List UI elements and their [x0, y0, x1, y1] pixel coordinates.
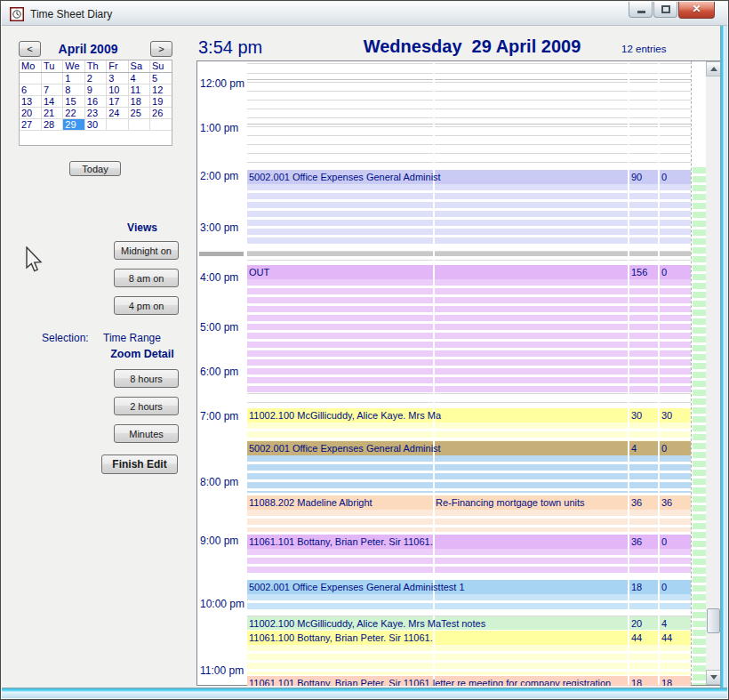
calendar-day-header: Tu: [41, 60, 62, 72]
hour-label: 6:00 pm: [200, 366, 247, 378]
timesheet-entry[interactable]: 11088.202 Madeline AlbrightRe-Financing …: [247, 495, 691, 532]
entry-billed-minutes: 18: [661, 676, 672, 686]
hour-gridline: [247, 124, 691, 125]
calendar-day-cell[interactable]: 25: [128, 107, 149, 118]
calendar-day-cell[interactable]: 11: [128, 84, 149, 95]
calendar-day-cell[interactable]: 20: [20, 107, 41, 118]
calendar-day-cell[interactable]: 24: [107, 107, 128, 118]
calendar-day-cell[interactable]: 9: [84, 84, 106, 95]
calendar-day-cell[interactable]: 30: [84, 118, 106, 130]
title-bar[interactable]: Time Sheet Diary ✕: [2, 2, 727, 26]
calendar-day-cell[interactable]: 28: [41, 118, 62, 130]
calendar-day-header: Mo: [20, 60, 41, 72]
timesheet-entry[interactable]: 11002.100 McGillicuddy, Alice Kaye. Mrs …: [247, 616, 691, 630]
entry-duration-block: [247, 184, 691, 245]
calendar-day-cell[interactable]: 21: [41, 107, 62, 118]
entry-billed-minutes: 30: [661, 408, 672, 422]
calendar-day-cell[interactable]: 4: [128, 72, 149, 84]
scroll-up-button[interactable]: [706, 61, 721, 76]
calendar-day-header: Fr: [107, 60, 128, 72]
view-button-4-pm-on[interactable]: 4 pm on: [114, 296, 179, 315]
calendar-day-cell[interactable]: 1: [63, 72, 84, 84]
minimize-button[interactable]: [629, 2, 653, 18]
calendar-day-cell[interactable]: 26: [150, 107, 172, 118]
scrollbar-thumb[interactable]: [707, 608, 720, 633]
entry-worked-minutes: 156: [631, 265, 647, 279]
calendar-day-cell[interactable]: 19: [150, 95, 172, 107]
calendar-day-cell[interactable]: 18: [128, 95, 149, 107]
entry-billed-minutes: 44: [661, 631, 672, 645]
vertical-scrollbar[interactable]: [706, 61, 721, 685]
calendar-grid: MoTuWeThFrSaSu 1234567891011121314151617…: [20, 60, 172, 131]
scroll-down-button[interactable]: [706, 670, 721, 685]
zoom-button-8-hours[interactable]: 8 hours: [114, 369, 179, 388]
window-title: Time Sheet Diary: [30, 8, 112, 20]
entry-duration-block: [247, 510, 691, 532]
entry-description: OUT: [249, 265, 269, 279]
timesheet-entry[interactable]: 5002.001 Office Expenses General Adminis…: [247, 580, 691, 609]
entry-billed-minutes: 0: [661, 265, 667, 279]
calendar-day-header: We: [63, 60, 84, 72]
calendar-day-cell[interactable]: 27: [20, 118, 41, 130]
timesheet-entry[interactable]: 11061.101 Bottany, Brian Peter. Sir 1106…: [247, 535, 691, 575]
calendar-day-cell[interactable]: 16: [84, 95, 106, 107]
entry-header: 5002.001 Office Expenses General Adminis…: [247, 580, 691, 594]
entry-worked-minutes: 4: [631, 441, 637, 455]
calendar-day-cell[interactable]: 10: [107, 84, 128, 95]
calendar-day-cell[interactable]: 3: [107, 72, 128, 84]
calendar-day-cell[interactable]: 12: [150, 84, 172, 95]
calendar-day-cell[interactable]: 5: [150, 72, 172, 84]
prev-month-button[interactable]: <: [19, 41, 41, 57]
view-button-midnight-on[interactable]: Midnight on: [114, 241, 179, 260]
entry-description: 11002.100 McGillicuddy, Alice Kaye. Mrs …: [249, 408, 441, 422]
current-time-marker: [199, 252, 244, 256]
entry-header: OUT1560: [247, 265, 691, 279]
calendar-week-row: 13141516171819: [20, 95, 172, 107]
calendar-day-cell[interactable]: 23: [84, 107, 106, 118]
view-button-8-am-on[interactable]: 8 am on: [114, 269, 179, 287]
hour-label: 4:00 pm: [200, 271, 247, 284]
calendar-day-cell[interactable]: 8: [63, 84, 84, 95]
entry-billed-minutes: 36: [661, 495, 672, 510]
entry-description: 11002.100 McGillicuddy, Alice Kaye. Mrs …: [249, 616, 485, 630]
calendar-day-cell[interactable]: 14: [41, 95, 62, 107]
calendar: MoTuWeThFrSaSu 1234567891011121314151617…: [19, 60, 172, 146]
close-button[interactable]: ✕: [678, 2, 715, 19]
hour-label: 2:00 pm: [200, 170, 247, 182]
calendar-day-cell[interactable]: 6: [20, 84, 41, 95]
maximize-button[interactable]: [653, 2, 677, 18]
entry-billed-minutes: 4: [661, 616, 667, 630]
timesheet-entry[interactable]: 11002.100 McGillicuddy, Alice Kaye. Mrs …: [247, 408, 691, 441]
calendar-week-row: 6789101112: [20, 84, 172, 95]
timesheet-entry[interactable]: 11061.100 Bottany, Brian Peter. Sir 1106…: [247, 631, 691, 675]
schedule-grid[interactable]: 5002.001 Office Expenses General Adminis…: [247, 61, 691, 685]
column-divider: [658, 61, 660, 685]
timesheet-entry[interactable]: 5002.001 Office Expenses General Adminis…: [247, 170, 691, 245]
zoom-button-2-hours[interactable]: 2 hours: [114, 397, 179, 415]
entry-header: 11061.101 Bottany, Brian Peter. Sir 1106…: [247, 535, 691, 549]
calendar-day-cell[interactable]: 7: [41, 84, 62, 95]
calendar-empty-cell: [41, 72, 62, 84]
entry-header: 11002.100 McGillicuddy, Alice Kaye. Mrs …: [247, 616, 691, 630]
zoom-button-minutes[interactable]: Minutes: [114, 424, 179, 443]
timesheet-entry[interactable]: OUT1560: [247, 265, 691, 392]
calendar-day-cell[interactable]: 17: [107, 95, 128, 107]
finish-edit-button[interactable]: Finish Edit: [101, 455, 178, 474]
today-button[interactable]: Today: [69, 161, 121, 176]
timesheet-entry[interactable]: 5002.001 Office Expenses General Adminis…: [247, 441, 691, 493]
calendar-day-cell[interactable]: 15: [63, 95, 84, 107]
calendar-day-cell[interactable]: 29: [63, 118, 84, 130]
calendar-day-cell[interactable]: 13: [20, 95, 41, 107]
mouse-cursor-icon: [24, 246, 44, 275]
next-month-button[interactable]: >: [150, 41, 172, 57]
calendar-day-cell[interactable]: 22: [63, 107, 84, 118]
calendar-week-row: 27282930: [20, 118, 172, 130]
hour-label: 11:00 pm: [200, 664, 247, 677]
entry-duration-block: [247, 594, 691, 609]
window-bottom-frame: [2, 688, 727, 698]
hour-label: 3:00 pm: [200, 221, 247, 234]
calendar-day-cell[interactable]: 2: [84, 72, 106, 84]
grid-right-dashed-line: [691, 61, 692, 685]
hour-label: 5:00 pm: [200, 321, 247, 334]
timesheet-entry[interactable]: 11061.101 Bottany, Brian Peter. Sir 1106…: [247, 676, 691, 686]
